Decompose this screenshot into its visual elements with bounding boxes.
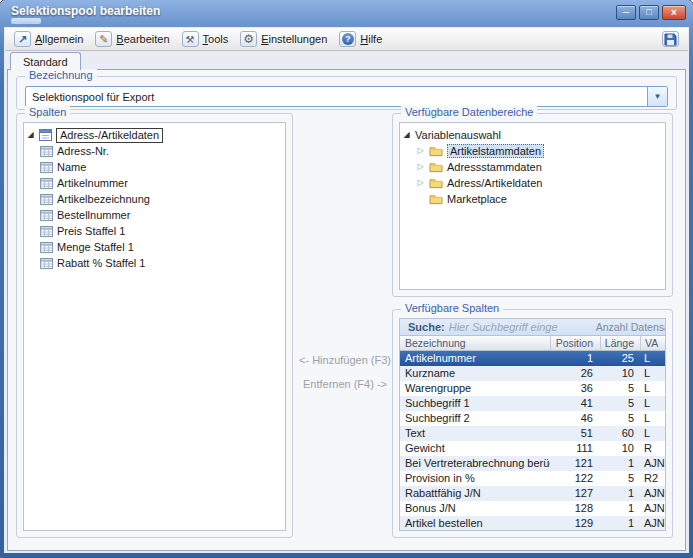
cell-name: Gewicht <box>400 441 550 456</box>
add-columns-button[interactable]: <- Hinzufügen (F3) <box>290 354 400 366</box>
tree-folder-adressstammdaten[interactable]: ▷ Adressstammdaten <box>402 159 663 175</box>
cell-position: 41 <box>550 396 600 411</box>
table-row[interactable]: Bei Vertreterabrechnung berücksichtige 1… <box>400 456 665 471</box>
table-header: Bezeichnung Position Länge VA <box>400 336 665 351</box>
tree-item[interactable]: Bestellnummer <box>26 207 283 223</box>
tree-item[interactable]: Name <box>26 159 283 175</box>
tree-root-adress-artikeldaten[interactable]: ◢ Adress-/Artikeldaten <box>26 127 283 143</box>
table-icon <box>40 193 53 205</box>
cell-position: 121 <box>550 456 600 471</box>
remove-columns-button[interactable]: Entfernen (F4) -> <box>290 378 400 390</box>
column-header-position[interactable]: Position <box>550 336 600 350</box>
minimize-button[interactable]: ─ <box>616 5 636 20</box>
expander-collapsed-icon[interactable]: ▷ <box>416 159 425 175</box>
tree-item[interactable]: Preis Staffel 1 <box>26 223 283 239</box>
tree-folder-label: Marketplace <box>447 193 507 205</box>
tree-item[interactable]: Adress-Nr. <box>26 143 283 159</box>
cell-va: R <box>640 441 665 456</box>
group-label-bezeichnung: Bezeichnung <box>25 69 97 81</box>
folder-icon <box>429 145 443 157</box>
table-row[interactable]: Rabattfähig J/N 127 1 AJN <box>400 486 665 501</box>
cell-name: Text <box>400 426 550 441</box>
tree-item-label: Bestellnummer <box>57 209 130 221</box>
tree-folder-label: Adress/Artikeldaten <box>447 177 542 189</box>
table-row[interactable]: Suchbegriff 1 41 5 L <box>400 396 665 411</box>
tree-folder-adress-artikeldaten[interactable]: ▷ Adress/Artikeldaten <box>402 175 663 191</box>
table-row[interactable]: Kurzname 26 10 L <box>400 366 665 381</box>
column-header-va[interactable]: VA <box>640 336 665 350</box>
save-button[interactable] <box>662 31 679 47</box>
table-row[interactable]: Warengruppe 36 5 L <box>400 381 665 396</box>
tree-item-label: Menge Staffel 1 <box>57 241 134 253</box>
edit-pencil-icon: ✎ <box>95 31 112 47</box>
group-label-spalten: Spalten <box>25 106 70 118</box>
tab-page: Bezeichnung Selektionspool für Export ▼ … <box>7 69 686 551</box>
expander-collapsed-icon[interactable]: ▷ <box>416 175 425 191</box>
toolbar-button-allgemein[interactable]: ↗ Allgemein <box>14 31 83 47</box>
cell-va: L <box>640 381 665 396</box>
cell-name: Artikelnummer <box>400 351 550 366</box>
search-label: Suche: <box>408 321 445 333</box>
cell-va: L <box>640 426 665 441</box>
cell-name: Warengruppe <box>400 381 550 396</box>
table-row[interactable]: Suchbegriff 2 46 5 L <box>400 411 665 426</box>
table-row[interactable]: Provision in % 122 5 R2 <box>400 471 665 486</box>
table-icon <box>40 145 53 157</box>
column-header-laenge[interactable]: Länge <box>600 336 640 350</box>
cell-va: AJN <box>640 456 665 471</box>
table-row[interactable]: Bonus J/N 128 1 AJN <box>400 501 665 516</box>
tree-item[interactable]: Artikelnummer <box>26 175 283 191</box>
cell-va: L <box>640 396 665 411</box>
maximize-button[interactable]: □ <box>639 5 659 20</box>
toolbar-label: Einstellungen <box>261 33 327 45</box>
chevron-down-icon[interactable]: ▼ <box>647 87 667 106</box>
cell-name: Kurzname <box>400 366 550 381</box>
cell-name: Artikel bestellen <box>400 516 550 531</box>
group-verfuegbare-spalten: Verfügbare Spalten Suche: Anzahl Datensä… <box>392 309 673 538</box>
folder-icon <box>429 177 443 189</box>
combobox-value: Selektionspool für Export <box>26 91 647 103</box>
tree-root-variablenauswahl[interactable]: ◢ Variablenauswahl <box>402 127 663 143</box>
search-input[interactable] <box>449 321 592 333</box>
toolbar-button-bearbeiten[interactable]: ✎ Bearbeiten <box>95 31 169 47</box>
titlebar: Selektionspool bearbeiten ─ □ × <box>0 0 693 27</box>
tree-item-label: Preis Staffel 1 <box>57 225 125 237</box>
table-row[interactable]: Artikel bestellen 129 1 AJN <box>400 516 665 531</box>
expander-expanded-icon[interactable]: ◢ <box>402 127 411 143</box>
cell-name: Bei Vertreterabrechnung berücksichtige <box>400 456 550 471</box>
tree-folder-marketplace[interactable]: Marketplace <box>402 191 663 207</box>
tree-item[interactable]: Menge Staffel 1 <box>26 239 283 255</box>
tab-standard[interactable]: Standard <box>10 52 81 70</box>
allgemein-arrow-icon: ↗ <box>14 31 31 47</box>
titlebar-decoration <box>11 18 41 24</box>
table-row[interactable]: Text 51 60 L <box>400 426 665 441</box>
tree-item-label: Adress-Nr. <box>57 145 109 157</box>
cell-name: Suchbegriff 2 <box>400 411 550 426</box>
table-body: Artikelnummer 1 25 L Kurzname 26 10 L <box>400 351 665 531</box>
cell-laenge: 5 <box>600 411 640 426</box>
cell-position: 51 <box>550 426 600 441</box>
toolbar-label: Tools <box>203 33 229 45</box>
cell-va: AJN <box>640 516 665 531</box>
column-header-bezeichnung[interactable]: Bezeichnung <box>400 336 550 350</box>
close-button[interactable]: × <box>662 5 686 20</box>
group-label-datenbereiche: Verfügbare Datenbereiche <box>401 106 537 118</box>
toolbar-label: Hilfe <box>360 33 382 45</box>
tree-folder-artikelstammdaten[interactable]: ▷ Artikelstammdaten <box>402 143 663 159</box>
table-row-selected[interactable]: Artikelnummer 1 25 L <box>400 351 665 366</box>
cell-va: AJN <box>640 501 665 516</box>
toolbar-button-einstellungen[interactable]: ⚙ Einstellungen <box>240 31 327 47</box>
table-row[interactable]: Gewicht 111 10 R <box>400 441 665 456</box>
tree-item[interactable]: Rabatt % Staffel 1 <box>26 255 283 271</box>
toolbar-button-hilfe[interactable]: ? Hilfe <box>339 31 382 47</box>
cell-position: 1 <box>550 351 600 366</box>
expander-collapsed-icon[interactable]: ▷ <box>416 143 425 159</box>
folder-icon <box>429 193 443 205</box>
bezeichnung-combobox[interactable]: Selektionspool für Export ▼ <box>25 86 668 107</box>
help-icon: ? <box>339 31 356 47</box>
tree-item[interactable]: Artikelbezeichnung <box>26 191 283 207</box>
tab-strip: Standard <box>5 51 688 70</box>
toolbar-button-tools[interactable]: ⚒ Tools <box>182 31 229 47</box>
expander-expanded-icon[interactable]: ◢ <box>26 127 35 143</box>
tree-root-label[interactable]: Adress-/Artikeldaten <box>56 128 163 143</box>
